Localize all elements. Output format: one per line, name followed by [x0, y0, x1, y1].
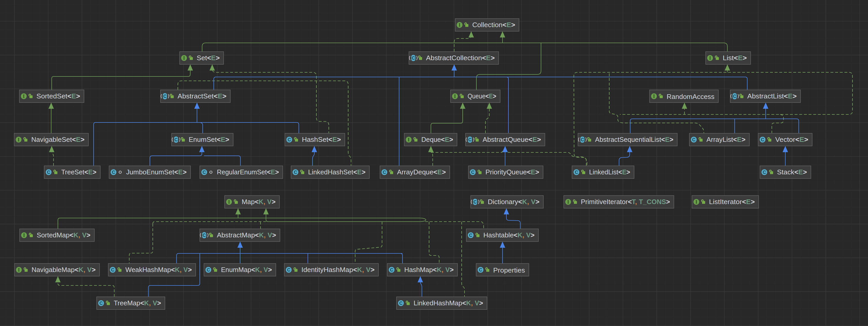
svg-text:I: I	[653, 94, 655, 99]
svg-text:C: C	[383, 170, 386, 175]
svg-text:LinkedList: LinkedList	[589, 168, 619, 176]
svg-text:C: C	[733, 94, 737, 99]
svg-text:EnumSet: EnumSet	[189, 136, 217, 143]
svg-text:C: C	[163, 94, 167, 99]
svg-text:C: C	[207, 267, 210, 272]
svg-text:TreeSet: TreeSet	[61, 168, 85, 176]
svg-text:NavigableSet: NavigableSet	[31, 136, 72, 143]
svg-text:C: C	[287, 267, 290, 272]
svg-text:I: I	[228, 199, 230, 204]
svg-text:<E>: <E>	[328, 136, 341, 143]
svg-text:ListIterator: ListIterator	[709, 198, 742, 206]
svg-text:<E>: <E>	[527, 168, 539, 176]
svg-text:<E>: <E>	[67, 92, 80, 100]
svg-text:EnumMap: EnumMap	[221, 266, 251, 273]
svg-text:I: I	[709, 55, 711, 61]
svg-text:C: C	[479, 267, 482, 272]
svg-text:Properties: Properties	[493, 266, 525, 274]
svg-text:ArrayDeque: ArrayDeque	[397, 168, 433, 176]
svg-text:<E>: <E>	[618, 168, 630, 176]
svg-text:I: I	[454, 94, 456, 99]
svg-text:AbstractMap: AbstractMap	[217, 231, 255, 239]
svg-text:<E>: <E>	[528, 136, 541, 143]
svg-text:<E>: <E>	[486, 92, 496, 100]
svg-text:<E>: <E>	[784, 92, 797, 100]
svg-text:C: C	[575, 170, 578, 175]
svg-text:I: I	[183, 55, 185, 61]
svg-text:<K, V>: <K, V>	[141, 299, 161, 307]
svg-text:RegularEnumSet: RegularEnumSet	[217, 168, 267, 176]
svg-text:Vector: Vector	[775, 136, 795, 143]
svg-text:PriorityQueue: PriorityQueue	[486, 168, 527, 176]
svg-text:<K, V>: <K, V>	[514, 231, 534, 239]
svg-text:AbstractList: AbstractList	[747, 92, 784, 100]
svg-text:<E>: <E>	[734, 54, 747, 62]
svg-text:<E>: <E>	[433, 168, 446, 176]
svg-text:Queue: Queue	[468, 92, 486, 100]
svg-text:C: C	[471, 170, 474, 175]
svg-text:Collection: Collection	[472, 21, 502, 29]
svg-text:AbstractSequentialList: AbstractSequentialList	[595, 136, 661, 143]
svg-text:Stack: Stack	[777, 168, 795, 176]
svg-text:<E>: <E>	[72, 136, 85, 143]
svg-text:I: I	[23, 94, 25, 99]
svg-text:C: C	[294, 170, 297, 175]
svg-text:C: C	[203, 233, 206, 238]
svg-text:C: C	[203, 170, 206, 175]
svg-text:<E>: <E>	[217, 136, 229, 143]
svg-text:<K, V>: <K, V>	[251, 266, 272, 273]
svg-text:<K, V>: <K, V>	[75, 266, 96, 273]
svg-text:<K, V>: <K, V>	[462, 299, 483, 307]
svg-text:C: C	[47, 170, 51, 175]
svg-text:C: C	[112, 170, 115, 175]
svg-text:WeakHashMap: WeakHashMap	[125, 266, 171, 273]
svg-text:<E>: <E>	[482, 54, 495, 62]
svg-text:<E>: <E>	[502, 21, 515, 29]
svg-text:C: C	[469, 233, 472, 238]
svg-text:<E>: <E>	[441, 136, 453, 143]
svg-text:C: C	[175, 137, 178, 142]
svg-text:<K, V>: <K, V>	[255, 231, 276, 239]
svg-text:<E>: <E>	[742, 198, 755, 206]
svg-text:<E>: <E>	[214, 92, 227, 100]
svg-text:LinkedHashMap: LinkedHashMap	[413, 299, 462, 307]
svg-text:AbstractQueue: AbstractQueue	[483, 136, 528, 143]
svg-text:JumboEnumSet: JumboEnumSet	[126, 168, 175, 176]
svg-text:Hashtable: Hashtable	[484, 231, 514, 239]
svg-text:SortedMap: SortedMap	[37, 231, 69, 239]
svg-text:<E>: <E>	[174, 168, 187, 176]
svg-text:I: I	[23, 232, 25, 238]
svg-text:Deque: Deque	[421, 136, 441, 143]
svg-text:<E>: <E>	[794, 168, 807, 176]
svg-text:C: C	[111, 267, 115, 272]
svg-text:<K, V>: <K, V>	[433, 266, 454, 273]
svg-text:C: C	[761, 137, 764, 142]
svg-text:<K, V>: <K, V>	[255, 198, 276, 206]
svg-text:HashMap: HashMap	[404, 266, 433, 273]
svg-text:Set: Set	[197, 54, 207, 62]
svg-text:SortedSet: SortedSet	[36, 92, 67, 100]
svg-text:Dictionary: Dictionary	[488, 198, 518, 206]
svg-text:<K, V>: <K, V>	[69, 231, 90, 239]
svg-text:C: C	[412, 56, 415, 61]
svg-text:<E>: <E>	[795, 136, 808, 143]
svg-text:C: C	[288, 137, 291, 142]
svg-text:C: C	[468, 137, 472, 142]
svg-text:List: List	[723, 54, 734, 62]
svg-text:RandomAccess: RandomAccess	[666, 93, 714, 100]
svg-text:Map: Map	[242, 198, 255, 206]
svg-text:C: C	[692, 137, 695, 142]
svg-text:<K, V>: <K, V>	[518, 198, 539, 206]
svg-text:IdentityHashMap: IdentityHashMap	[301, 266, 353, 273]
svg-text:HashSet: HashSet	[302, 136, 329, 143]
svg-text:LinkedHashSet: LinkedHashSet	[308, 168, 353, 176]
svg-text:I: I	[18, 267, 20, 272]
svg-text:C: C	[390, 267, 394, 272]
svg-text:I: I	[18, 137, 20, 142]
svg-text:AbstractSet: AbstractSet	[178, 92, 214, 100]
svg-text:ArrayList: ArrayList	[707, 136, 733, 143]
svg-text:<E>: <E>	[733, 136, 745, 143]
svg-text:<E>: <E>	[661, 136, 673, 143]
svg-text:C: C	[581, 137, 584, 142]
svg-text:AbstractCollection: AbstractCollection	[426, 54, 482, 62]
